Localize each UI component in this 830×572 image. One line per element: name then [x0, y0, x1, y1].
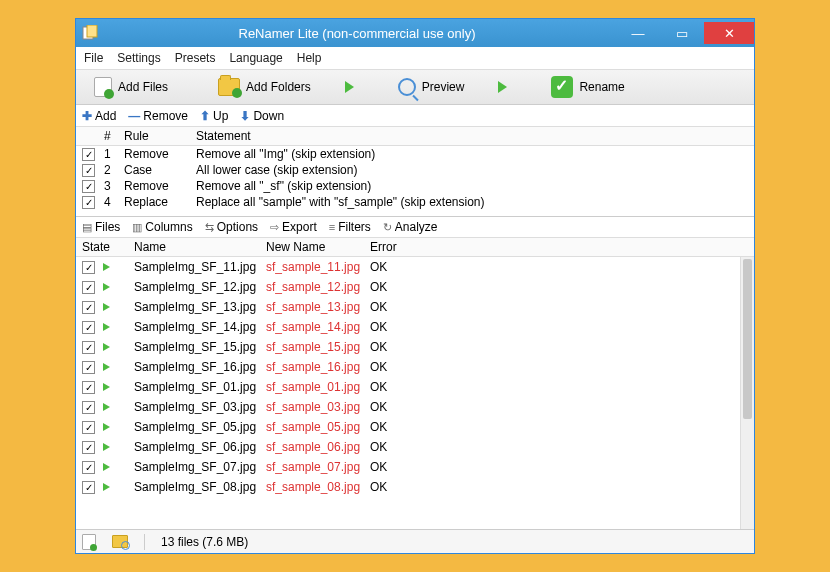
file-checkbox[interactable]: ✓	[82, 361, 95, 374]
file-new-name: sf_sample_16.jpg	[266, 360, 370, 374]
file-checkbox[interactable]: ✓	[82, 381, 95, 394]
close-button[interactable]: ✕	[704, 22, 754, 44]
svg-rect-1	[87, 25, 97, 37]
add-files-button[interactable]: Add Files	[94, 77, 168, 97]
rename-button[interactable]: Rename	[551, 76, 624, 98]
preview-button[interactable]: Preview	[398, 78, 465, 96]
file-name: SampleImg_SF_08.jpg	[134, 480, 266, 494]
rules-up-button[interactable]: ⬆Up	[200, 109, 228, 123]
files-filters-button[interactable]: ≡Filters	[329, 220, 371, 234]
file-checkbox[interactable]: ✓	[82, 301, 95, 314]
menu-language[interactable]: Language	[229, 51, 282, 65]
rule-checkbox[interactable]: ✓	[82, 164, 95, 177]
menu-settings[interactable]: Settings	[117, 51, 160, 65]
file-name: SampleImg_SF_06.jpg	[134, 440, 266, 454]
files-col-name[interactable]: Name	[134, 240, 266, 254]
rules-col-rule[interactable]: Rule	[124, 129, 196, 143]
file-checkbox[interactable]: ✓	[82, 261, 95, 274]
preview-icon	[398, 78, 416, 96]
file-row[interactable]: ✓SampleImg_SF_12.jpgsf_sample_12.jpgOK	[76, 277, 740, 297]
file-checkbox[interactable]: ✓	[82, 321, 95, 334]
file-new-name: sf_sample_05.jpg	[266, 420, 370, 434]
files-options-label: Options	[217, 220, 258, 234]
file-error: OK	[370, 340, 430, 354]
rule-statement: All lower case (skip extension)	[196, 163, 748, 177]
file-name: SampleImg_SF_16.jpg	[134, 360, 266, 374]
maximize-button[interactable]: ▭	[660, 22, 704, 44]
file-new-name: sf_sample_11.jpg	[266, 260, 370, 274]
rules-col-statement[interactable]: Statement	[196, 129, 748, 143]
minimize-button[interactable]: —	[616, 22, 660, 44]
rule-row[interactable]: ✓3RemoveRemove all "_sf" (skip extension…	[76, 178, 754, 194]
menu-presets[interactable]: Presets	[175, 51, 216, 65]
rule-row[interactable]: ✓2CaseAll lower case (skip extension)	[76, 162, 754, 178]
file-checkbox[interactable]: ✓	[82, 461, 95, 474]
rules-remove-button[interactable]: —Remove	[128, 109, 188, 123]
file-new-name: sf_sample_08.jpg	[266, 480, 370, 494]
file-row[interactable]: ✓SampleImg_SF_05.jpgsf_sample_05.jpgOK	[76, 417, 740, 437]
file-name: SampleImg_SF_01.jpg	[134, 380, 266, 394]
file-row[interactable]: ✓SampleImg_SF_16.jpgsf_sample_16.jpgOK	[76, 357, 740, 377]
file-checkbox[interactable]: ✓	[82, 481, 95, 494]
file-checkbox[interactable]: ✓	[82, 421, 95, 434]
file-row[interactable]: ✓SampleImg_SF_11.jpgsf_sample_11.jpgOK	[76, 257, 740, 277]
window-controls: — ▭ ✕	[616, 22, 754, 44]
files-analyze-label: Analyze	[395, 220, 438, 234]
file-row[interactable]: ✓SampleImg_SF_03.jpgsf_sample_03.jpgOK	[76, 397, 740, 417]
file-checkbox[interactable]: ✓	[82, 341, 95, 354]
rules-toolbar: ✚Add —Remove ⬆Up ⬇Down	[76, 105, 754, 127]
file-row[interactable]: ✓SampleImg_SF_06.jpgsf_sample_06.jpgOK	[76, 437, 740, 457]
files-options-button[interactable]: ⇆Options	[205, 220, 258, 234]
scroll-thumb[interactable]	[743, 259, 752, 419]
files-col-error[interactable]: Error	[370, 240, 430, 254]
status-divider	[144, 534, 145, 550]
file-error: OK	[370, 420, 430, 434]
rules-add-button[interactable]: ✚Add	[82, 109, 116, 123]
state-arrow-icon	[103, 463, 110, 471]
file-checkbox[interactable]: ✓	[82, 281, 95, 294]
file-row[interactable]: ✓SampleImg_SF_13.jpgsf_sample_13.jpgOK	[76, 297, 740, 317]
rules-down-button[interactable]: ⬇Down	[240, 109, 284, 123]
rule-checkbox[interactable]: ✓	[82, 180, 95, 193]
state-arrow-icon	[103, 383, 110, 391]
status-file-add-icon[interactable]	[82, 534, 96, 550]
rule-type: Remove	[124, 179, 196, 193]
state-arrow-icon	[103, 263, 110, 271]
file-checkbox[interactable]: ✓	[82, 441, 95, 454]
file-row[interactable]: ✓SampleImg_SF_15.jpgsf_sample_15.jpgOK	[76, 337, 740, 357]
scrollbar[interactable]	[740, 257, 754, 529]
state-arrow-icon	[103, 403, 110, 411]
files-col-state[interactable]: State	[82, 240, 134, 254]
rules-remove-label: Remove	[143, 109, 188, 123]
rules-down-label: Down	[253, 109, 284, 123]
file-row[interactable]: ✓SampleImg_SF_08.jpgsf_sample_08.jpgOK	[76, 477, 740, 497]
file-checkbox[interactable]: ✓	[82, 401, 95, 414]
add-folders-button[interactable]: Add Folders	[218, 78, 311, 96]
files-col-newname[interactable]: New Name	[266, 240, 370, 254]
file-row[interactable]: ✓SampleImg_SF_01.jpgsf_sample_01.jpgOK	[76, 377, 740, 397]
file-row[interactable]: ✓SampleImg_SF_14.jpgsf_sample_14.jpgOK	[76, 317, 740, 337]
columns-icon: ▥	[132, 221, 142, 234]
rename-check-icon	[551, 76, 573, 98]
rule-row[interactable]: ✓4ReplaceReplace all "sample" with "sf_s…	[76, 194, 754, 210]
arrow-down-icon: ⬇	[240, 109, 250, 123]
files-export-button[interactable]: ⇨Export	[270, 220, 317, 234]
file-name: SampleImg_SF_03.jpg	[134, 400, 266, 414]
rule-checkbox[interactable]: ✓	[82, 148, 95, 161]
rules-header: # Rule Statement	[76, 127, 754, 146]
rule-checkbox[interactable]: ✓	[82, 196, 95, 209]
rules-col-num[interactable]: #	[104, 129, 124, 143]
file-row[interactable]: ✓SampleImg_SF_07.jpgsf_sample_07.jpgOK	[76, 457, 740, 477]
files-columns-button[interactable]: ▥Columns	[132, 220, 192, 234]
menu-file[interactable]: File	[84, 51, 103, 65]
folder-add-icon	[218, 78, 240, 96]
files-icon: ▤	[82, 221, 92, 234]
menu-help[interactable]: Help	[297, 51, 322, 65]
rule-row[interactable]: ✓1RemoveRemove all "Img" (skip extension…	[76, 146, 754, 162]
status-folder-search-icon[interactable]	[112, 535, 128, 548]
files-analyze-button[interactable]: ↻Analyze	[383, 220, 438, 234]
file-new-name: sf_sample_06.jpg	[266, 440, 370, 454]
files-files-button[interactable]: ▤Files	[82, 220, 120, 234]
rule-type: Replace	[124, 195, 196, 209]
files-filters-label: Filters	[338, 220, 371, 234]
